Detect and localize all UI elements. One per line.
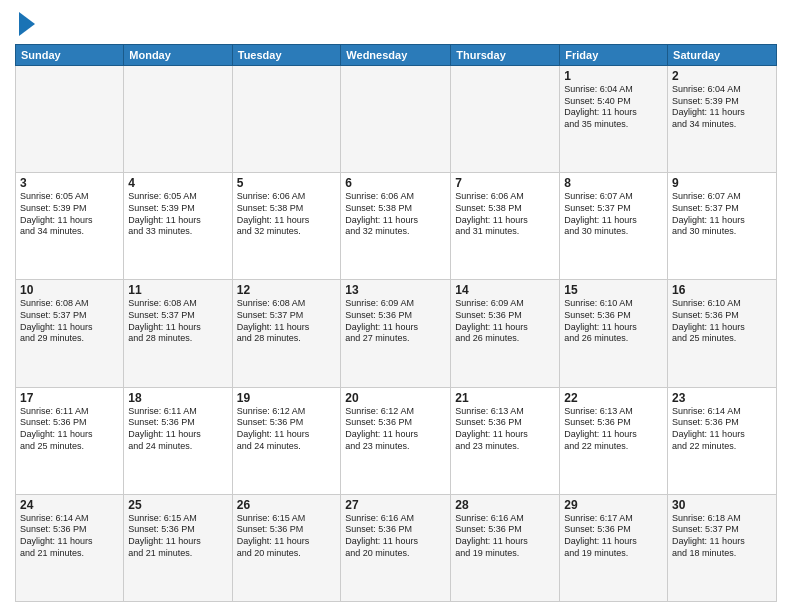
day-info-line: Sunrise: 6:08 AM (128, 298, 227, 310)
col-header-monday: Monday (124, 45, 232, 66)
day-info-line: and 28 minutes. (128, 333, 227, 345)
day-number: 5 (237, 176, 337, 190)
calendar-cell: 10Sunrise: 6:08 AMSunset: 5:37 PMDayligh… (16, 280, 124, 387)
day-info-line: and 23 minutes. (345, 441, 446, 453)
day-info-line: Sunset: 5:39 PM (20, 203, 119, 215)
logo-arrow-icon (19, 12, 35, 36)
calendar-cell: 11Sunrise: 6:08 AMSunset: 5:37 PMDayligh… (124, 280, 232, 387)
day-number: 26 (237, 498, 337, 512)
calendar-cell: 24Sunrise: 6:14 AMSunset: 5:36 PMDayligh… (16, 494, 124, 601)
calendar-cell: 3Sunrise: 6:05 AMSunset: 5:39 PMDaylight… (16, 173, 124, 280)
calendar-week-1: 1Sunrise: 6:04 AMSunset: 5:40 PMDaylight… (16, 66, 777, 173)
calendar-cell: 16Sunrise: 6:10 AMSunset: 5:36 PMDayligh… (668, 280, 777, 387)
day-info-line: Sunrise: 6:11 AM (20, 406, 119, 418)
day-info-line: Sunset: 5:36 PM (564, 417, 663, 429)
day-info-line: Daylight: 11 hours (564, 215, 663, 227)
day-info-line: Daylight: 11 hours (20, 536, 119, 548)
day-info-line: Daylight: 11 hours (20, 322, 119, 334)
day-number: 18 (128, 391, 227, 405)
calendar-cell (451, 66, 560, 173)
day-info-line: Sunset: 5:38 PM (455, 203, 555, 215)
calendar-cell: 8Sunrise: 6:07 AMSunset: 5:37 PMDaylight… (560, 173, 668, 280)
day-info-line: and 19 minutes. (455, 548, 555, 560)
calendar-cell: 2Sunrise: 6:04 AMSunset: 5:39 PMDaylight… (668, 66, 777, 173)
day-info-line: Daylight: 11 hours (128, 536, 227, 548)
day-info-line: and 22 minutes. (564, 441, 663, 453)
day-number: 15 (564, 283, 663, 297)
calendar-table: SundayMondayTuesdayWednesdayThursdayFrid… (15, 44, 777, 602)
day-number: 3 (20, 176, 119, 190)
calendar-cell: 14Sunrise: 6:09 AMSunset: 5:36 PMDayligh… (451, 280, 560, 387)
calendar-cell: 28Sunrise: 6:16 AMSunset: 5:36 PMDayligh… (451, 494, 560, 601)
day-info-line: Sunset: 5:37 PM (20, 310, 119, 322)
day-info-line: Sunset: 5:36 PM (672, 417, 772, 429)
day-number: 29 (564, 498, 663, 512)
day-info-line: Daylight: 11 hours (20, 429, 119, 441)
day-info-line: Daylight: 11 hours (672, 215, 772, 227)
calendar-cell: 23Sunrise: 6:14 AMSunset: 5:36 PMDayligh… (668, 387, 777, 494)
day-number: 25 (128, 498, 227, 512)
col-header-wednesday: Wednesday (341, 45, 451, 66)
calendar-cell: 22Sunrise: 6:13 AMSunset: 5:36 PMDayligh… (560, 387, 668, 494)
day-info-line: Daylight: 11 hours (237, 322, 337, 334)
col-header-friday: Friday (560, 45, 668, 66)
day-info-line: and 20 minutes. (345, 548, 446, 560)
day-info-line: Sunrise: 6:10 AM (564, 298, 663, 310)
day-info-line: and 32 minutes. (237, 226, 337, 238)
day-info-line: Sunrise: 6:06 AM (345, 191, 446, 203)
calendar-cell: 29Sunrise: 6:17 AMSunset: 5:36 PMDayligh… (560, 494, 668, 601)
day-info-line: Sunrise: 6:15 AM (237, 513, 337, 525)
calendar-cell: 27Sunrise: 6:16 AMSunset: 5:36 PMDayligh… (341, 494, 451, 601)
calendar-cell: 20Sunrise: 6:12 AMSunset: 5:36 PMDayligh… (341, 387, 451, 494)
day-info-line: Sunset: 5:37 PM (237, 310, 337, 322)
day-number: 10 (20, 283, 119, 297)
day-info-line: Daylight: 11 hours (564, 322, 663, 334)
page: SundayMondayTuesdayWednesdayThursdayFrid… (0, 0, 792, 612)
day-info-line: and 21 minutes. (128, 548, 227, 560)
calendar-cell: 4Sunrise: 6:05 AMSunset: 5:39 PMDaylight… (124, 173, 232, 280)
day-info-line: and 25 minutes. (20, 441, 119, 453)
day-info-line: Sunrise: 6:06 AM (237, 191, 337, 203)
day-info-line: and 30 minutes. (564, 226, 663, 238)
calendar-cell: 19Sunrise: 6:12 AMSunset: 5:36 PMDayligh… (232, 387, 341, 494)
day-number: 30 (672, 498, 772, 512)
day-info-line: and 31 minutes. (455, 226, 555, 238)
calendar-cell: 5Sunrise: 6:06 AMSunset: 5:38 PMDaylight… (232, 173, 341, 280)
day-info-line: Sunrise: 6:16 AM (345, 513, 446, 525)
calendar-header-row: SundayMondayTuesdayWednesdayThursdayFrid… (16, 45, 777, 66)
day-number: 1 (564, 69, 663, 83)
day-info-line: and 34 minutes. (20, 226, 119, 238)
day-info-line: Daylight: 11 hours (345, 536, 446, 548)
header (15, 10, 777, 36)
day-number: 17 (20, 391, 119, 405)
day-info-line: Daylight: 11 hours (672, 536, 772, 548)
day-number: 11 (128, 283, 227, 297)
day-info-line: Sunrise: 6:14 AM (672, 406, 772, 418)
day-info-line: Sunset: 5:36 PM (564, 310, 663, 322)
day-number: 27 (345, 498, 446, 512)
day-info-line: and 24 minutes. (128, 441, 227, 453)
day-info-line: Sunset: 5:37 PM (672, 524, 772, 536)
day-info-line: Daylight: 11 hours (128, 215, 227, 227)
day-info-line: Sunset: 5:36 PM (20, 417, 119, 429)
day-info-line: and 24 minutes. (237, 441, 337, 453)
day-info-line: and 21 minutes. (20, 548, 119, 560)
calendar-cell: 18Sunrise: 6:11 AMSunset: 5:36 PMDayligh… (124, 387, 232, 494)
day-info-line: Sunset: 5:36 PM (237, 524, 337, 536)
calendar-cell: 6Sunrise: 6:06 AMSunset: 5:38 PMDaylight… (341, 173, 451, 280)
day-info-line: Sunset: 5:36 PM (128, 417, 227, 429)
calendar-week-5: 24Sunrise: 6:14 AMSunset: 5:36 PMDayligh… (16, 494, 777, 601)
day-info-line: and 18 minutes. (672, 548, 772, 560)
calendar-cell: 15Sunrise: 6:10 AMSunset: 5:36 PMDayligh… (560, 280, 668, 387)
calendar-cell: 21Sunrise: 6:13 AMSunset: 5:36 PMDayligh… (451, 387, 560, 494)
day-number: 23 (672, 391, 772, 405)
day-number: 12 (237, 283, 337, 297)
day-info-line: and 35 minutes. (564, 119, 663, 131)
day-info-line: and 22 minutes. (672, 441, 772, 453)
calendar-week-2: 3Sunrise: 6:05 AMSunset: 5:39 PMDaylight… (16, 173, 777, 280)
day-number: 19 (237, 391, 337, 405)
calendar-cell: 17Sunrise: 6:11 AMSunset: 5:36 PMDayligh… (16, 387, 124, 494)
day-info-line: Sunrise: 6:11 AM (128, 406, 227, 418)
day-info-line: Daylight: 11 hours (237, 215, 337, 227)
day-info-line: Daylight: 11 hours (455, 429, 555, 441)
